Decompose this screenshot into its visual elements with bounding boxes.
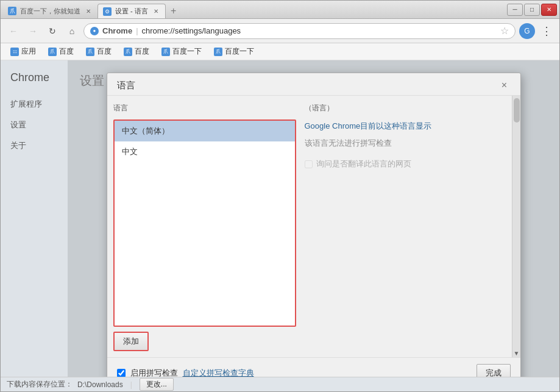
tab-1[interactable]: 爪 百度一下，你就知道 ✕ xyxy=(3,4,97,18)
maximize-button[interactable]: □ xyxy=(524,4,540,16)
address-separator: | xyxy=(136,26,138,35)
add-language-button[interactable]: 添加 xyxy=(113,332,149,351)
bookmarks-bar: ⚏ 应用 爪 百度 爪 百度 爪 百度 爪 百度一下 爪 百度一下 xyxy=(1,43,559,60)
baidu1-label: 百度 xyxy=(59,46,74,57)
bookmark-baidu-1[interactable]: 爪 百度 xyxy=(43,45,79,58)
download-path: D:\Downloads xyxy=(77,380,123,389)
footer-left: 启用拼写检查 自定义拼写检查字典 xyxy=(117,368,254,377)
browser-window: 爪 百度一下，你就知道 ✕ ⚙ 设置 - 语言 ✕ + ─ □ ✕ ← → ↻ … xyxy=(0,0,560,392)
lang-item-simplified-chinese[interactable]: 中文（简体） xyxy=(115,121,295,141)
lang-item-chinese[interactable]: 中文 xyxy=(115,141,295,162)
address-chrome-label: Chrome xyxy=(102,26,132,35)
translate-checkbox-label: 询问是否翻译此语言的网页 xyxy=(316,159,411,169)
baidu1-favicon: 爪 xyxy=(48,48,57,56)
bookmark-star-icon[interactable]: ☆ xyxy=(500,25,509,37)
back-button[interactable]: ← xyxy=(5,23,21,39)
bookmark-apps[interactable]: ⚏ 应用 xyxy=(5,45,41,58)
address-url-text: chrome://settings/languages xyxy=(142,26,497,35)
translate-checkbox[interactable] xyxy=(305,160,313,168)
baidu4-favicon: 爪 xyxy=(161,48,170,56)
titlebar: 爪 百度一下，你就知道 ✕ ⚙ 设置 - 语言 ✕ + ─ □ ✕ xyxy=(1,1,559,19)
change-download-button[interactable]: 更改... xyxy=(140,378,174,391)
address-favicon: ● xyxy=(90,27,99,35)
dialog-header: 语言 × xyxy=(107,73,520,96)
statusbar-separator: | xyxy=(130,380,132,389)
tab-bar: 爪 百度一下，你就知道 ✕ ⚙ 设置 - 语言 ✕ + xyxy=(3,1,507,18)
baidu5-favicon: 爪 xyxy=(214,48,222,56)
lang-detail-spell-text: 该语言无法进行拼写检查 xyxy=(305,138,503,149)
dialog-inner: 语言 中文（简体） 中文 添加 xyxy=(107,96,520,357)
download-label: 下载内容保存位置： xyxy=(7,379,73,390)
bookmark-baidu-5[interactable]: 爪 百度一下 xyxy=(209,45,259,58)
baidu5-label: 百度一下 xyxy=(225,46,254,57)
sidebar: Chrome 扩展程序 设置 关于 xyxy=(1,60,68,377)
sidebar-item-settings[interactable]: 设置 xyxy=(1,115,68,135)
translate-checkbox-row: 询问是否翻译此语言的网页 xyxy=(305,159,503,169)
dialog-footer: 启用拼写检查 自定义拼写检查字典 完成 xyxy=(107,357,520,377)
minimize-button[interactable]: ─ xyxy=(507,4,523,16)
spell-check-label: 启用拼写检查 xyxy=(130,368,178,377)
close-button[interactable]: ✕ xyxy=(541,4,557,16)
navbar: ← → ↻ ⌂ ● Chrome | chrome://settings/lan… xyxy=(1,19,559,43)
menu-button[interactable]: ⋮ xyxy=(539,23,555,39)
language-dialog: 语言 × 语言 中文（简体） 中文 xyxy=(107,73,521,377)
baidu2-label: 百度 xyxy=(97,46,112,57)
done-button[interactable]: 完成 xyxy=(477,364,511,377)
language-details-panel: （语言） Google Chrome目前以这种语言显示 该语言无法进行拼写检查 … xyxy=(302,102,506,351)
home-button[interactable]: ⌂ xyxy=(64,23,80,39)
apps-label: 应用 xyxy=(21,46,36,57)
reload-button[interactable]: ↻ xyxy=(44,23,60,39)
tab2-favicon: ⚙ xyxy=(103,7,112,16)
dialog-overlay: 语言 × 语言 中文（简体） 中文 xyxy=(68,60,559,377)
baidu4-label: 百度一下 xyxy=(172,46,202,57)
lang-list-actions: 添加 xyxy=(113,332,296,351)
window-controls: ─ □ ✕ xyxy=(507,4,557,16)
tab1-favicon: 爪 xyxy=(8,7,16,15)
extension-button[interactable]: G xyxy=(519,23,535,39)
main-content: Chrome 扩展程序 设置 关于 设置 语言 × xyxy=(1,60,559,377)
sidebar-item-extensions[interactable]: 扩展程序 xyxy=(1,94,68,115)
bookmark-baidu-3[interactable]: 爪 百度 xyxy=(119,45,154,58)
custom-dict-link[interactable]: 自定义拼写检查字典 xyxy=(183,368,254,377)
tab1-close-btn[interactable]: ✕ xyxy=(84,7,93,15)
language-list-panel: 语言 中文（简体） 中文 添加 xyxy=(113,102,296,351)
dialog-close-button[interactable]: × xyxy=(498,79,511,91)
tab-2[interactable]: ⚙ 设置 - 语言 ✕ xyxy=(97,4,166,18)
sidebar-item-about[interactable]: 关于 xyxy=(1,135,68,156)
forward-button[interactable]: → xyxy=(25,23,41,39)
bookmark-baidu-2[interactable]: 爪 百度 xyxy=(81,45,116,58)
language-list-container[interactable]: 中文（简体） 中文 xyxy=(113,119,296,327)
apps-favicon: ⚏ xyxy=(10,48,19,56)
scrollbar-thumb[interactable] xyxy=(514,98,520,123)
page-content: 设置 语言 × 语言 xyxy=(68,60,559,377)
dialog-title: 语言 xyxy=(117,80,135,91)
new-tab-button[interactable]: + xyxy=(166,4,182,18)
tab2-label: 设置 - 语言 xyxy=(115,7,148,16)
address-bar[interactable]: ● Chrome | chrome://settings/languages ☆ xyxy=(83,23,516,39)
baidu3-favicon: 爪 xyxy=(124,48,132,56)
baidu2-favicon: 爪 xyxy=(86,48,94,56)
scrollbar-down-button[interactable]: ▼ xyxy=(512,349,521,357)
lang-details-header: （语言） xyxy=(305,102,503,115)
lang-list-header: 语言 xyxy=(113,102,296,115)
lang-detail-display-text: Google Chrome目前以这种语言显示 xyxy=(305,121,503,132)
baidu3-label: 百度 xyxy=(135,46,149,57)
tab1-label: 百度一下，你就知道 xyxy=(20,7,80,16)
tab2-close-btn[interactable]: ✕ xyxy=(152,7,160,16)
sidebar-brand: Chrome xyxy=(1,66,68,94)
dialog-scrollbar[interactable]: ▲ ▼ xyxy=(512,96,520,357)
bookmark-baidu-4[interactable]: 爪 百度一下 xyxy=(157,45,207,58)
spell-check-checkbox[interactable] xyxy=(117,369,126,377)
dialog-body: 语言 中文（简体） 中文 添加 xyxy=(107,96,512,357)
statusbar: 下载内容保存位置： D:\Downloads | 更改... xyxy=(1,377,559,391)
